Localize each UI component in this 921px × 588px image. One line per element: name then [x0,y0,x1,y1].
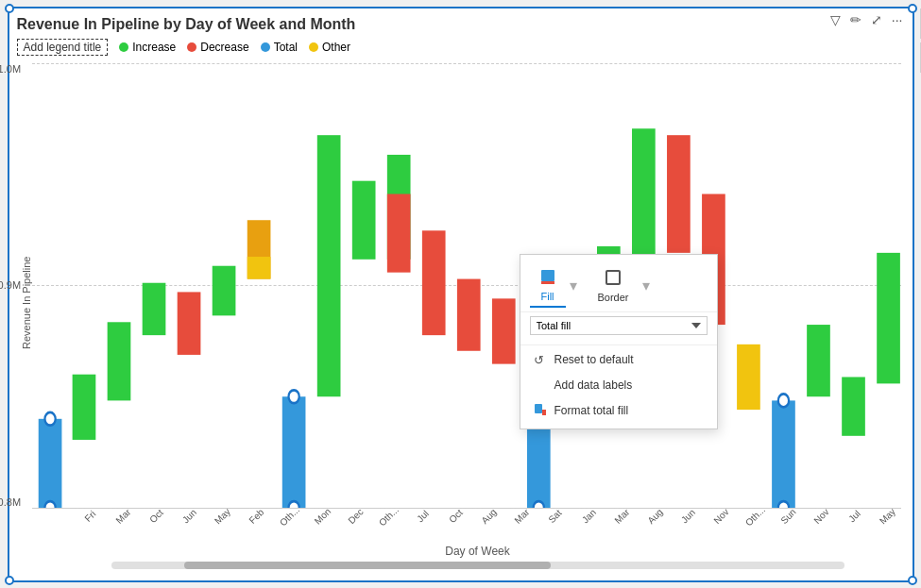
scrollbar-track[interactable] [111,562,844,569]
cm-dropdown-row: Total fill [520,312,717,343]
chart-container: ▽ ✏ ⤢ ··· Revenue In Pipeline by Day of … [8,7,914,582]
bar-mar-1[interactable] [72,374,95,439]
cm-border-label: Border [598,292,629,303]
bar-jul-1b[interactable] [386,193,410,272]
x-labels: Fri Mar Oct Jun May Feb Oth... Mon Dec O… [32,509,901,543]
circle-sun-top [777,394,788,407]
svg-rect-9 [606,271,620,284]
svg-rect-8 [541,281,554,284]
legend-label-decrease: Decrease [200,41,248,54]
bar-sun-total[interactable] [772,400,795,508]
fill-type-select[interactable]: Total fill [530,316,708,335]
legend-title[interactable]: Add legend title [17,39,109,56]
legend-label-increase: Increase [132,41,176,54]
chart-inner: $1.0M $0.9M $0.8M [32,63,901,543]
bar-nov-2[interactable] [807,325,830,396]
bar-fri-total[interactable] [38,418,61,507]
y-label-mid: $0.9M [0,279,21,291]
bar-jun-2[interactable] [667,135,691,253]
legend-dot-increase [119,42,128,52]
bar-oct-2[interactable] [421,230,445,335]
fill-tab-icon [539,268,556,289]
bar-may-1[interactable] [177,292,200,354]
circle-fri-top [44,412,55,425]
legend-label-total: Total [274,41,298,54]
bar-feb-1[interactable] [212,265,235,315]
legend-item-other: Other [309,41,350,54]
cm-format-item[interactable]: Format total fill [520,397,717,425]
cm-divider-1 [520,344,717,345]
scrollbar-thumb[interactable] [184,562,551,569]
chart-body: Revenue In Pipeline $1.0M $0.9M $0.8M [17,63,901,543]
resize-handle-tr[interactable] [908,4,917,13]
cm-tab-fill[interactable]: Fill [530,264,566,308]
bar-dec[interactable] [316,135,340,396]
legend-dot-decrease [187,42,196,52]
chart-title: Revenue In Pipeline by Day of Week and M… [17,16,901,33]
resize-handle-br[interactable] [908,576,917,585]
context-menu: Fill ▾ Border ▾ Total fill ↺ Reset [520,254,718,429]
cm-tab-border[interactable]: Border [588,265,639,307]
resize-handle-tl[interactable] [5,4,14,13]
cm-reset-item[interactable]: ↺ Reset to default [520,347,717,373]
bar-jun-1[interactable] [142,282,165,334]
legend-item-increase: Increase [119,41,176,54]
border-tab-icon [605,269,622,290]
circle-sun-bot [777,501,788,508]
bar-oth-1b[interactable] [247,257,270,279]
circle-mon-top [288,390,298,403]
chart-area: Revenue In Pipeline by Day of Week and M… [9,8,912,580]
legend-item-decrease: Decrease [187,41,248,54]
cm-add-labels-item[interactable]: Add data labels [520,373,717,397]
y-label-top: $1.0M [0,63,21,75]
grid-area: $1.0M $0.9M $0.8M [32,63,901,509]
resize-handle-bl[interactable] [5,576,14,585]
bar-jul-2[interactable] [842,377,865,435]
svg-rect-10 [535,404,542,413]
legend-item-total: Total [261,41,298,54]
legend-dot-total [261,42,270,52]
cm-fill-label: Fill [540,291,554,302]
x-axis-title: Day of Week [55,543,901,558]
format-fill-icon [534,403,549,419]
cm-tabs: Fill ▾ Border ▾ [520,259,717,312]
svg-rect-11 [542,410,546,415]
bar-mar-2[interactable] [491,298,515,363]
cm-format-label: Format total fill [554,404,629,417]
reset-icon: ↺ [534,353,549,367]
cm-add-labels-label: Add data labels [554,378,633,392]
y-label-bot: $0.8M [0,496,21,508]
bar-oct-1[interactable] [107,322,130,400]
bar-mon-total[interactable] [281,396,305,508]
circle-fri-bot [44,501,55,508]
svg-rect-7 [541,270,554,281]
legend-label-other: Other [322,41,350,54]
legend: Add legend title Increase Decrease Total… [17,39,901,56]
scrollbar-area [55,558,901,573]
legend-dot-other [309,42,318,52]
bar-oth-2[interactable] [351,180,375,259]
bar-may-2[interactable] [877,252,900,383]
bars-chart[interactable] [32,63,901,508]
cm-reset-label: Reset to default [554,353,634,366]
bar-aug-1[interactable] [456,278,480,350]
y-labels: $1.0M $0.9M $0.8M [0,63,21,508]
bar-sat-total[interactable] [526,416,550,508]
bar-oth-3[interactable] [737,344,760,409]
